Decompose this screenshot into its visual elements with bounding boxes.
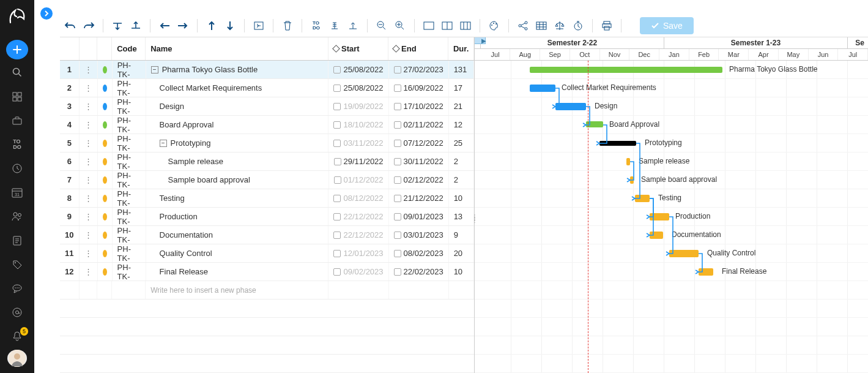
- status-dot[interactable]: [98, 97, 113, 115]
- status-dot[interactable]: [98, 79, 113, 97]
- header-dur[interactable]: Dur.: [448, 37, 474, 60]
- checkbox[interactable]: [394, 232, 401, 239]
- start-cell[interactable]: 22/12/2022: [328, 226, 388, 244]
- gantt-bar[interactable]: [635, 195, 650, 202]
- checkbox[interactable]: [333, 103, 341, 110]
- collapse-icon[interactable]: −: [151, 66, 158, 73]
- code-cell[interactable]: PH-TK-: [113, 116, 146, 134]
- end-cell[interactable]: 27/02/2023: [389, 61, 449, 78]
- gantt-bar[interactable]: [669, 250, 699, 257]
- end-cell[interactable]: 09/01/2023: [389, 208, 449, 225]
- table-row[interactable]: 6⋮PH-TK-Sample release29/11/202230/11/20…: [60, 153, 474, 171]
- start-cell[interactable]: 29/11/2022: [329, 153, 389, 170]
- duration-cell[interactable]: 21: [449, 97, 474, 115]
- drag-handle-icon[interactable]: ⋮: [80, 79, 98, 97]
- checkbox[interactable]: [333, 232, 341, 239]
- name-cell[interactable]: Sample board approval: [146, 171, 329, 189]
- expand-sidebar-button[interactable]: [40, 7, 53, 20]
- checkbox[interactable]: [333, 121, 341, 129]
- name-cell[interactable]: −Pharma Tokyo Glass Bottle: [146, 61, 329, 78]
- duration-cell[interactable]: 10: [449, 189, 474, 207]
- code-cell[interactable]: PH-TK-: [113, 244, 146, 262]
- gantt-bar[interactable]: [555, 103, 586, 110]
- timeline-scroll-handle[interactable]: ◀▶: [475, 37, 486, 44]
- gantt-bar[interactable]: [650, 213, 669, 220]
- name-cell[interactable]: Collect Market Requirements: [146, 79, 329, 97]
- bell-icon[interactable]: 5: [5, 326, 29, 347]
- status-dot[interactable]: [98, 226, 113, 244]
- status-dot[interactable]: [98, 61, 113, 78]
- dashboard-icon[interactable]: [5, 86, 29, 107]
- code-cell[interactable]: PH-TK-: [113, 97, 146, 115]
- checkbox[interactable]: [394, 158, 401, 165]
- zoom-in-button[interactable]: [392, 18, 408, 34]
- briefcase-icon[interactable]: [5, 110, 29, 131]
- table-row[interactable]: 9⋮PH-TK-Production22/12/202209/01/202313: [60, 208, 474, 226]
- drag-handle-icon[interactable]: ⋮: [80, 226, 98, 244]
- start-cell[interactable]: 03/11/2022: [328, 134, 388, 152]
- delete-button[interactable]: [280, 18, 295, 34]
- checkbox[interactable]: [333, 250, 341, 257]
- drag-handle-icon[interactable]: ⋮: [80, 244, 98, 262]
- duration-cell[interactable]: 2: [449, 153, 474, 170]
- drag-handle-icon[interactable]: ⋮: [80, 97, 98, 115]
- gantt-bar[interactable]: [699, 268, 713, 276]
- gantt-bar[interactable]: [650, 232, 663, 239]
- insert-above-button[interactable]: [109, 18, 125, 34]
- gantt-bar[interactable]: [530, 67, 722, 73]
- checkbox[interactable]: [394, 268, 401, 276]
- calendar-icon[interactable]: 31: [5, 182, 29, 203]
- status-dot[interactable]: [98, 208, 113, 225]
- undo-button[interactable]: [62, 18, 78, 34]
- critical-path-button[interactable]: [327, 18, 343, 34]
- duration-cell[interactable]: 12: [449, 116, 474, 134]
- code-cell[interactable]: PH-TK-: [113, 171, 146, 189]
- checkbox[interactable]: [394, 103, 401, 110]
- palette-button[interactable]: [486, 18, 502, 34]
- code-cell[interactable]: PH-TK-: [113, 226, 146, 244]
- drag-handle-icon[interactable]: ⋮: [80, 134, 98, 152]
- duration-cell[interactable]: 10: [449, 263, 474, 281]
- view-gantt-only-button[interactable]: [421, 18, 437, 34]
- zoom-out-button[interactable]: [374, 18, 390, 34]
- chat-icon[interactable]: [5, 277, 29, 299]
- checkbox[interactable]: [333, 66, 341, 73]
- share-button[interactable]: [515, 18, 531, 34]
- level-button[interactable]: [345, 18, 361, 34]
- code-cell[interactable]: PH-TK-: [113, 208, 146, 225]
- checkbox[interactable]: [333, 195, 341, 202]
- duration-cell[interactable]: 9: [449, 226, 474, 244]
- start-cell[interactable]: 18/10/2022: [328, 116, 388, 134]
- code-cell[interactable]: PH-TK-: [113, 263, 146, 281]
- table-row[interactable]: 12⋮PH-TK-Final Release09/02/202322/02/20…: [60, 263, 474, 281]
- indent-button[interactable]: [175, 18, 191, 34]
- checkbox[interactable]: [334, 176, 341, 184]
- print-button[interactable]: [599, 18, 615, 34]
- table-row[interactable]: 10⋮PH-TK-Documentation22/12/202203/01/20…: [60, 226, 474, 244]
- checkbox[interactable]: [394, 213, 401, 220]
- todo-icon[interactable]: TO DO: [5, 134, 29, 155]
- table-row[interactable]: 4⋮PH-TK-Board Approval18/10/202202/11/20…: [60, 116, 474, 134]
- end-cell[interactable]: 02/11/2022: [389, 116, 449, 134]
- drag-handle-icon[interactable]: ⋮: [80, 189, 98, 207]
- redo-button[interactable]: [81, 18, 97, 34]
- start-cell[interactable]: 25/08/2022: [328, 61, 388, 78]
- outdent-button[interactable]: [157, 18, 172, 34]
- duration-cell[interactable]: 25: [449, 134, 474, 152]
- table-row[interactable]: 2⋮PH-TK-Collect Market Requirements25/08…: [60, 79, 474, 97]
- start-cell[interactable]: 09/02/2023: [328, 263, 388, 281]
- name-cell[interactable]: −Prototyping: [146, 134, 329, 152]
- name-cell[interactable]: Board Approval: [146, 116, 329, 134]
- drag-handle-icon[interactable]: ⋮: [80, 153, 98, 170]
- new-phase-row[interactable]: Write here to insert a new phase: [60, 281, 474, 300]
- code-cell[interactable]: PH-TK-: [113, 61, 146, 78]
- checkbox[interactable]: [333, 85, 341, 92]
- header-name[interactable]: Name: [146, 37, 328, 60]
- start-cell[interactable]: 08/12/2022: [328, 189, 388, 207]
- name-cell[interactable]: Quality Control: [146, 244, 329, 262]
- end-cell[interactable]: 08/02/2023: [389, 244, 449, 262]
- new-phase-placeholder[interactable]: Write here to insert a new phase: [146, 281, 328, 299]
- status-dot[interactable]: [98, 153, 113, 170]
- insert-below-button[interactable]: [128, 18, 144, 34]
- end-cell[interactable]: 17/10/2022: [389, 97, 449, 115]
